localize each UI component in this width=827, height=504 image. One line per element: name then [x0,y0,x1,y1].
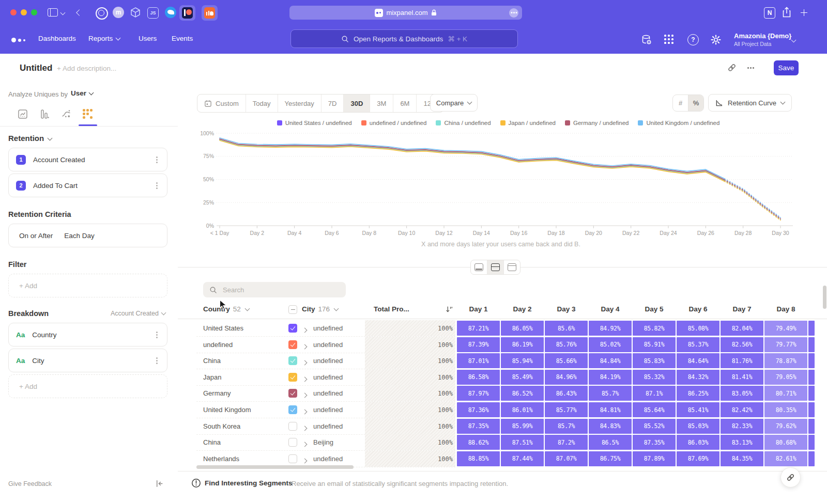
breakdown-card-country[interactable]: Aa Country [8,323,167,346]
breakdown-options-icon[interactable] [156,334,158,336]
range-today[interactable]: Today [246,94,278,112]
event-options-icon[interactable] [156,159,158,161]
expand-row-icon[interactable] [303,342,307,350]
range-6m[interactable]: 6M [393,94,416,112]
tab-funnels-icon[interactable] [39,109,50,119]
save-button[interactable]: Save [774,60,799,75]
retention-section-header[interactable]: Retention [8,134,52,143]
row-checkbox[interactable] [288,356,297,365]
legend-item[interactable]: Japan / undefined [500,120,556,126]
column-day-header[interactable]: Day 2 [501,305,544,313]
event-card-account-created[interactable]: 1 Account Created [8,148,167,171]
browser-address-bar[interactable]: mixpanel.com [289,6,522,20]
range-3m[interactable]: 3M [370,94,393,112]
tab-insights-icon[interactable] [18,109,28,119]
legend-item[interactable]: United Kingdom / undefined [638,120,719,126]
mixpanel-logo[interactable] [11,36,29,43]
compare-button[interactable]: Compare [430,94,478,112]
column-day-header[interactable]: Day 1 [457,305,500,313]
chart-type-dropdown[interactable]: Retention Curve [708,94,792,112]
add-description-button[interactable]: + Add description... [57,65,116,72]
tab-flows-icon[interactable] [61,109,71,119]
give-feedback-link[interactable]: Give Feedback [8,480,52,487]
settings-gear-icon[interactable] [710,34,722,45]
nav-events[interactable]: Events [172,35,193,42]
table-search-input[interactable] [222,286,327,294]
range-30d[interactable]: 30D [343,94,370,112]
breakdown-options-icon[interactable] [156,360,158,361]
expand-row-icon[interactable] [303,407,307,415]
collapse-sidebar-icon[interactable] [155,479,164,488]
event-card-added-to-cart[interactable]: 2 Added To Cart [8,174,167,197]
footer-title[interactable]: Find Interesting Segments [205,479,293,487]
expand-row-icon[interactable] [303,456,307,464]
row-checkbox[interactable] [288,405,297,414]
browser-back-icon[interactable] [76,9,83,16]
layout-split-button[interactable] [487,260,503,274]
report-title[interactable]: Untitled [20,63,52,73]
more-options-icon[interactable] [750,67,752,69]
horizontal-scrollbar[interactable] [196,465,354,469]
breakdown-card-city[interactable]: Aa City [8,349,167,372]
expand-row-icon[interactable] [303,424,307,432]
absolute-numbers-toggle[interactable]: # [673,95,688,111]
layout-table-only-button[interactable] [503,260,520,274]
nav-dashboards[interactable]: Dashboards [38,35,76,42]
add-breakdown-button[interactable]: + Add [8,374,167,398]
expand-row-icon[interactable] [303,358,307,366]
extension-avatar-icon[interactable]: m [113,7,124,18]
browser-sidebar-icon[interactable] [48,8,58,17]
row-checkbox[interactable] [288,324,297,333]
column-total-header[interactable]: Total Pro... [374,305,453,313]
window-minimize-button[interactable] [21,9,27,15]
retention-criteria-card[interactable]: On or After Each Day [8,224,167,247]
row-checkbox[interactable] [288,422,297,431]
window-close-button[interactable] [10,9,17,15]
global-search[interactable]: Open Reports & Dashboards ⌘ + K [290,29,518,48]
expand-row-icon[interactable] [303,375,307,383]
layout-chart-only-button[interactable] [471,260,487,274]
legend-item[interactable]: Germany / undefined [565,120,629,126]
analyze-entity-dropdown[interactable]: User [71,89,93,97]
expand-row-icon[interactable] [303,326,307,334]
tab-retention-icon[interactable] [83,109,93,119]
column-day-header[interactable]: Day 3 [545,305,588,313]
legend-item[interactable]: China / undefined [436,120,491,126]
legend-item[interactable]: undefined / undefined [361,120,427,126]
copy-link-icon[interactable] [727,63,737,74]
notion-extension-icon[interactable]: N [764,7,775,19]
range-7d[interactable]: 7D [321,94,344,112]
legend-item[interactable]: United States / undefined [277,120,352,126]
share-link-fab[interactable] [780,467,801,487]
help-icon[interactable]: ? [687,34,699,45]
chevron-down-icon[interactable] [60,10,66,15]
project-switcher[interactable]: Amazonia {Demo} All Project Data [734,32,791,47]
nav-reports[interactable]: Reports [88,35,120,42]
extension-soundcloud-icon[interactable] [202,5,218,21]
extension-patreon-icon[interactable] [179,5,195,21]
column-day-header[interactable]: Day 7 [721,305,763,313]
extension-bird-icon[interactable] [165,7,176,18]
event-options-icon[interactable] [156,185,158,186]
page-settings-icon[interactable] [509,8,518,18]
column-city-header[interactable]: City176 [302,305,338,313]
column-day-header[interactable]: Day 5 [633,305,676,313]
expand-row-icon[interactable] [303,391,307,399]
range-yesterday[interactable]: Yesterday [278,94,321,112]
expand-row-icon[interactable] [303,440,307,448]
extension-js-icon[interactable]: JS [147,7,159,19]
city-select-all-checkbox[interactable] [288,305,297,314]
table-search[interactable] [203,282,346,297]
criteria-interval[interactable]: Each Day [64,232,95,240]
row-checkbox[interactable] [288,454,297,463]
row-checkbox[interactable] [288,438,297,447]
row-checkbox[interactable] [288,373,297,382]
breakdown-scope-dropdown[interactable]: Account Created [111,310,165,317]
column-day-header[interactable]: Day 6 [677,305,719,313]
data-management-icon[interactable] [641,34,652,45]
row-checkbox[interactable] [288,389,297,398]
vertical-scrollbar[interactable] [823,286,826,309]
window-zoom-button[interactable] [31,9,37,15]
extension-target-icon[interactable] [96,7,108,20]
apps-grid-icon[interactable] [664,35,673,44]
